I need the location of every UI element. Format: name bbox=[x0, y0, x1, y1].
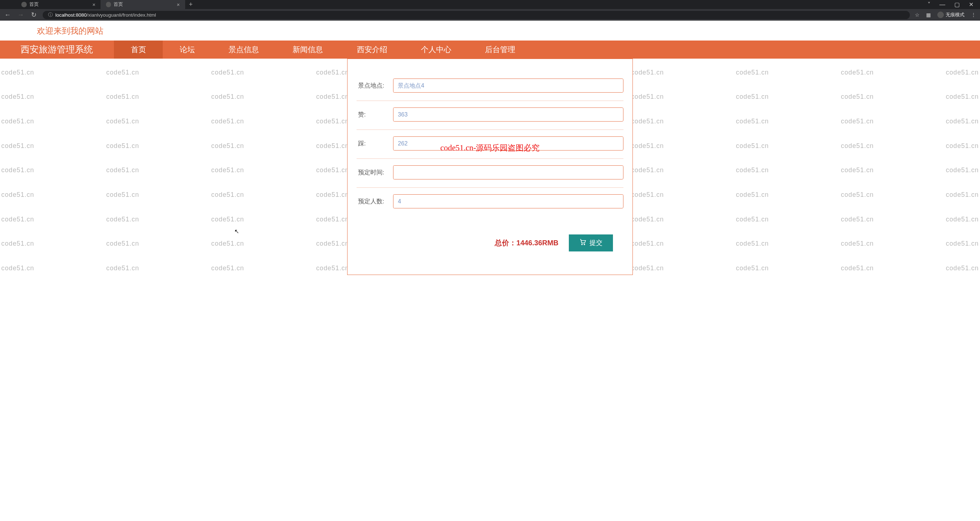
tab-close-icon[interactable]: × bbox=[92, 2, 95, 8]
field-input-3[interactable] bbox=[393, 165, 624, 180]
window-close-icon[interactable]: ✕ bbox=[969, 1, 974, 8]
incognito-indicator: 无痕模式 bbox=[937, 11, 964, 18]
submit-button[interactable]: 提交 bbox=[569, 234, 613, 252]
browser-menu-icon[interactable]: ⋮ bbox=[971, 12, 976, 18]
site-brand: 西安旅游管理系统 bbox=[0, 43, 110, 55]
nav-item-6[interactable]: 后台管理 bbox=[468, 40, 532, 59]
nav-item-0[interactable]: 首页 bbox=[114, 40, 163, 59]
browser-tab-2[interactable]: 首页 × bbox=[100, 0, 185, 9]
nav-item-2[interactable]: 景点信息 bbox=[212, 40, 275, 59]
watermark-overlay-text: code51.cn-源码乐园盗图必究 bbox=[441, 142, 540, 153]
nav-item-3[interactable]: 新闻信息 bbox=[276, 40, 340, 59]
booking-form-card: 景点地点:赞:踩:预定时间:预定人数: 总价：1446.36RMB 提交 bbox=[347, 59, 633, 275]
svg-point-0 bbox=[581, 244, 582, 245]
field-label: 预定时间: bbox=[356, 168, 393, 177]
form-row-0: 景点地点: bbox=[356, 72, 624, 101]
reload-button[interactable]: ↻ bbox=[30, 11, 38, 19]
new-tab-button[interactable]: + bbox=[189, 1, 192, 8]
form-row-4: 预定人数: bbox=[356, 188, 624, 217]
incognito-icon bbox=[937, 11, 944, 18]
field-label: 踩: bbox=[356, 139, 393, 148]
url-host: localhost:8080 bbox=[55, 12, 87, 18]
tab-title: 首页 bbox=[29, 2, 39, 8]
nav-item-1[interactable]: 论坛 bbox=[163, 40, 212, 59]
tab-favicon bbox=[106, 2, 111, 7]
extensions-icon[interactable]: ▦ bbox=[926, 12, 931, 18]
field-label: 预定人数: bbox=[356, 197, 393, 206]
cursor-icon: ↖ bbox=[234, 228, 239, 235]
tab-favicon bbox=[21, 2, 26, 7]
main-nav: 西安旅游管理系统 首页论坛景点信息新闻信息西安介绍个人中心后台管理 bbox=[0, 40, 980, 59]
bookmark-icon[interactable]: ☆ bbox=[915, 12, 920, 18]
field-input-4[interactable] bbox=[393, 194, 624, 209]
back-button[interactable]: ← bbox=[4, 11, 12, 19]
submit-label: 提交 bbox=[589, 239, 603, 247]
cart-icon bbox=[579, 239, 587, 247]
field-input-1[interactable] bbox=[393, 107, 624, 121]
welcome-text: 欢迎来到我的网站 bbox=[0, 21, 980, 40]
window-maximize-icon[interactable]: ▢ bbox=[955, 1, 960, 8]
browser-tab-1[interactable]: 首页 × bbox=[16, 0, 100, 9]
window-dropdown-icon[interactable]: ˅ bbox=[928, 1, 931, 8]
incognito-label: 无痕模式 bbox=[946, 11, 964, 18]
url-path: /xianlvyouguanli/front/index.html bbox=[87, 12, 156, 18]
window-minimize-icon[interactable]: — bbox=[940, 1, 945, 8]
site-info-icon[interactable]: ⓘ bbox=[48, 11, 53, 18]
field-label: 赞: bbox=[356, 110, 393, 119]
tab-close-icon[interactable]: × bbox=[177, 2, 180, 8]
total-price: 总价：1446.36RMB bbox=[495, 238, 558, 248]
browser-address-bar: ← → ↻ ⓘ localhost:8080/xianlvyouguanli/f… bbox=[0, 9, 980, 21]
field-label: 景点地点: bbox=[356, 81, 393, 90]
form-row-3: 预定时间: bbox=[356, 159, 624, 188]
tab-title: 首页 bbox=[113, 2, 123, 8]
url-input[interactable]: ⓘ localhost:8080/xianlvyouguanli/front/i… bbox=[43, 11, 910, 19]
nav-item-4[interactable]: 西安介绍 bbox=[340, 40, 404, 59]
form-row-1: 赞: bbox=[356, 101, 624, 130]
nav-item-5[interactable]: 个人中心 bbox=[404, 40, 468, 59]
total-value: 1446.36RMB bbox=[516, 239, 558, 247]
browser-tab-strip: 首页 × 首页 × + ˅ — ▢ ✕ bbox=[0, 0, 980, 9]
total-label: 总价： bbox=[495, 239, 516, 247]
forward-button[interactable]: → bbox=[17, 11, 25, 19]
field-input-0[interactable] bbox=[393, 78, 624, 92]
svg-point-1 bbox=[584, 244, 584, 245]
